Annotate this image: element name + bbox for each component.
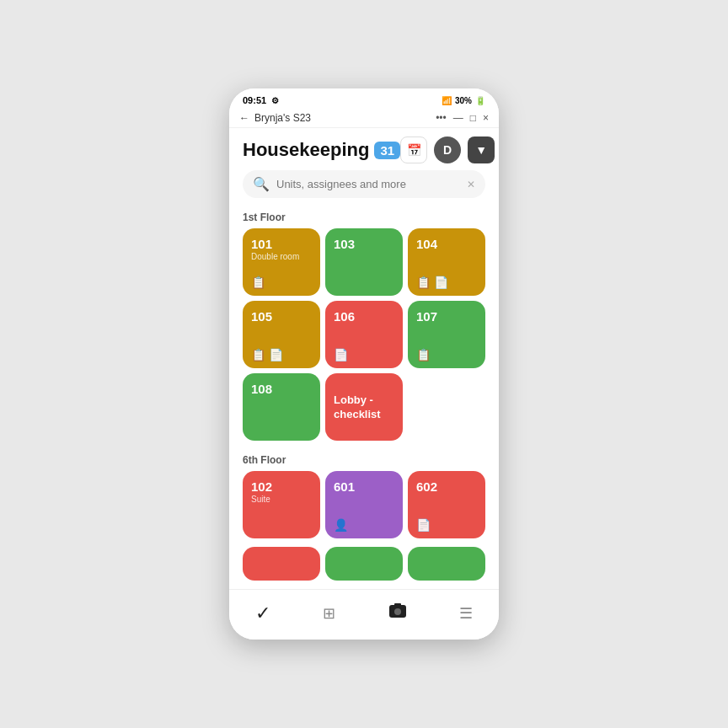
first-floor-grid: 101 Double room 📋 103 104 <box>229 228 499 449</box>
room-card-106[interactable]: 106 📄 <box>325 301 403 368</box>
calendar-icon: 📅 <box>407 143 421 157</box>
partial-card-red[interactable] <box>243 547 320 581</box>
filter-icon: ▼ <box>475 143 487 157</box>
svg-rect-2 <box>394 603 401 606</box>
note-icon: 📄 <box>334 348 348 361</box>
app-header: Housekeeping 31 📅 D ▼ <box>229 128 499 170</box>
window-bar: ← Brynja's S23 ••• — □ × <box>229 109 499 128</box>
room-card-103[interactable]: 103 <box>325 228 403 296</box>
camera-icon <box>388 602 407 624</box>
settings-icon: ⚙ <box>271 96 279 105</box>
checklist-icon: 📋 <box>416 348 431 361</box>
room-number: 108 <box>251 382 272 397</box>
checklist-icon: 📋 <box>251 348 265 361</box>
room-number: 602 <box>416 479 437 495</box>
search-input[interactable] <box>276 178 460 190</box>
battery-icon: 🔋 <box>475 96 485 105</box>
avatar-label: D <box>443 143 452 157</box>
title-area: Housekeeping 31 <box>243 139 400 161</box>
section-1st-floor: 1st Floor <box>229 206 499 228</box>
minimize-icon[interactable]: — <box>453 112 463 124</box>
svg-point-1 <box>394 608 401 615</box>
section-6th-floor: 6th Floor <box>229 449 499 471</box>
header-actions: 📅 D ▼ <box>400 136 495 163</box>
room-card-602[interactable]: 602 📄 <box>408 471 485 538</box>
avatar-button[interactable]: D <box>434 136 461 163</box>
room-card-104[interactable]: 104 📋 📄 <box>408 228 485 296</box>
list-icon: ☰ <box>459 604 473 623</box>
partial-card-green2[interactable] <box>408 547 485 581</box>
sixth-floor-grid: 102 Suite 601 👤 602 📄 <box>229 471 499 547</box>
time-display: 09:51 <box>243 95 266 105</box>
checklist-icon: 📋 <box>416 276 431 289</box>
room-card-101[interactable]: 101 Double room 📋 <box>243 228 320 296</box>
menu-icon[interactable]: ••• <box>436 112 447 124</box>
nav-list[interactable]: ☰ <box>451 601 481 626</box>
person-icon: 👤 <box>334 518 348 532</box>
lobby-label: Lobby - checklist <box>334 393 394 422</box>
room-subtitle: Suite <box>251 495 272 504</box>
room-number: 104 <box>416 237 437 252</box>
room-card-108[interactable]: 108 <box>243 373 320 441</box>
room-number: 103 <box>334 237 355 252</box>
window-title: Brynja's S23 <box>254 112 311 124</box>
room-card-601[interactable]: 601 👤 <box>325 471 403 538</box>
nav-tasks[interactable]: ✓ <box>247 599 279 628</box>
nav-camera[interactable] <box>380 598 415 628</box>
checklist-icon: 📋 <box>251 276 265 289</box>
page-title: Housekeeping <box>243 139 369 161</box>
close-icon[interactable]: × <box>483 112 489 124</box>
count-badge: 31 <box>374 142 400 159</box>
filter-button[interactable]: ▼ <box>468 136 495 163</box>
status-bar: 09:51 ⚙ 📶 30% 🔋 <box>229 88 499 109</box>
room-number: 105 <box>251 309 272 324</box>
room-number: 601 <box>334 479 355 495</box>
room-subtitle: Double room <box>251 252 299 261</box>
room-card-105[interactable]: 105 📋 📄 <box>243 301 320 368</box>
calendar-button[interactable]: 📅 <box>400 136 427 163</box>
search-icon: 🔍 <box>253 176 270 192</box>
search-bar[interactable]: 🔍 ✕ <box>243 170 485 198</box>
room-card-102[interactable]: 102 Suite <box>243 471 320 538</box>
battery-display: 30% <box>455 96 472 105</box>
maximize-icon[interactable]: □ <box>470 112 476 124</box>
room-number: 101 <box>251 237 299 252</box>
back-icon[interactable]: ← <box>239 112 249 124</box>
grid-icon: ⊞ <box>323 604 335 623</box>
note-icon: 📄 <box>434 276 448 289</box>
room-number: 107 <box>416 309 437 324</box>
clear-search-icon[interactable]: ✕ <box>467 179 475 190</box>
partial-card-green1[interactable] <box>325 547 403 581</box>
partial-row <box>229 547 499 589</box>
bottom-nav: ✓ ⊞ ☰ <box>229 589 499 640</box>
room-number: 102 <box>251 479 272 495</box>
lobby-checklist-card[interactable]: Lobby - checklist <box>325 373 403 441</box>
app-content: Housekeeping 31 📅 D ▼ 🔍 ✕ 1s <box>229 128 499 589</box>
signal-icon: 📶 <box>442 96 452 105</box>
nav-grid[interactable]: ⊞ <box>314 601 344 626</box>
tasks-icon: ✓ <box>255 602 270 624</box>
note-icon: 📄 <box>269 348 283 361</box>
note-icon: 📄 <box>416 518 431 532</box>
room-number: 106 <box>334 309 355 324</box>
phone-frame: 09:51 ⚙ 📶 30% 🔋 ← Brynja's S23 ••• — □ ×… <box>229 88 499 640</box>
room-card-107[interactable]: 107 📋 <box>408 301 485 368</box>
